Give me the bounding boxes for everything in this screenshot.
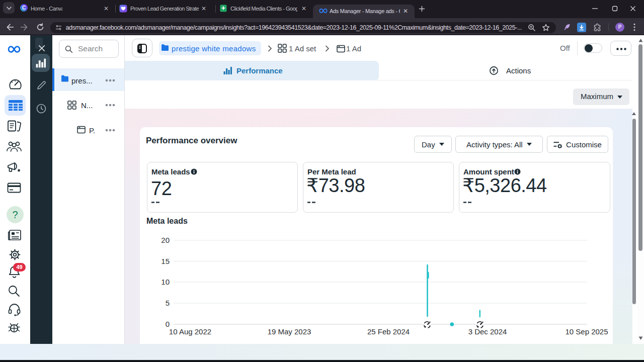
svg-text:10: 10: [161, 278, 170, 286]
svg-text:10 Sep 2025: 10 Sep 2025: [565, 327, 608, 336]
svg-text:19 May 2023: 19 May 2023: [268, 327, 311, 336]
svg-text:C: C: [22, 5, 26, 11]
svg-text:3 Dec 2024: 3 Dec 2024: [468, 327, 507, 336]
svg-text:10 Aug 2022: 10 Aug 2022: [169, 327, 211, 336]
svg-text:15: 15: [161, 257, 170, 265]
svg-text:5: 5: [166, 299, 170, 307]
svg-text:25 Feb 2024: 25 Feb 2024: [367, 327, 410, 336]
svg-text:20: 20: [161, 236, 170, 244]
